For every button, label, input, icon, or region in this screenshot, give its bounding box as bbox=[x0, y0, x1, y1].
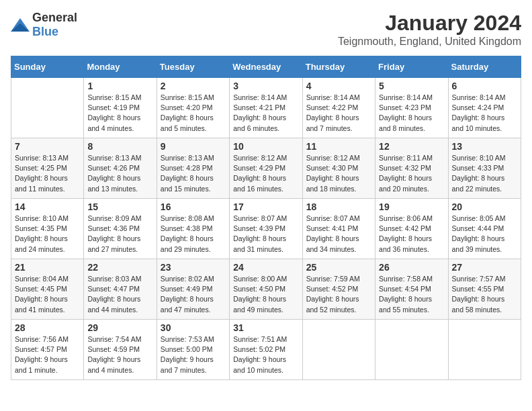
cell-info: Sunrise: 8:10 AM Sunset: 4:33 PM Dayligh… bbox=[452, 153, 517, 194]
calendar-cell: 7Sunrise: 8:13 AM Sunset: 4:25 PM Daylig… bbox=[11, 138, 84, 199]
calendar-cell: 18Sunrise: 8:07 AM Sunset: 4:41 PM Dayli… bbox=[302, 199, 375, 259]
calendar-cell: 6Sunrise: 8:14 AM Sunset: 4:24 PM Daylig… bbox=[448, 78, 521, 138]
calendar-cell: 30Sunrise: 7:53 AM Sunset: 5:00 PM Dayli… bbox=[157, 320, 229, 380]
day-number: 29 bbox=[87, 322, 152, 333]
calendar-week-2: 7Sunrise: 8:13 AM Sunset: 4:25 PM Daylig… bbox=[11, 138, 521, 199]
cell-info: Sunrise: 8:12 AM Sunset: 4:29 PM Dayligh… bbox=[233, 153, 298, 194]
logo: General Blue bbox=[11, 11, 77, 39]
day-header-sunday: Sunday bbox=[11, 56, 84, 78]
day-number: 19 bbox=[379, 201, 444, 212]
svg-marker-1 bbox=[11, 24, 30, 32]
day-number: 11 bbox=[306, 141, 371, 152]
day-number: 31 bbox=[233, 322, 298, 333]
cell-info: Sunrise: 7:56 AM Sunset: 4:57 PM Dayligh… bbox=[15, 334, 80, 375]
cell-info: Sunrise: 7:51 AM Sunset: 5:02 PM Dayligh… bbox=[233, 334, 298, 375]
calendar-cell: 13Sunrise: 8:10 AM Sunset: 4:33 PM Dayli… bbox=[448, 138, 521, 199]
day-header-friday: Friday bbox=[375, 56, 448, 78]
cell-info: Sunrise: 7:54 AM Sunset: 4:59 PM Dayligh… bbox=[87, 334, 152, 375]
calendar-cell bbox=[302, 320, 375, 380]
calendar-cell: 16Sunrise: 8:08 AM Sunset: 4:38 PM Dayli… bbox=[157, 199, 229, 259]
day-number: 6 bbox=[452, 81, 517, 91]
calendar-cell bbox=[11, 78, 84, 138]
calendar-cell: 2Sunrise: 8:15 AM Sunset: 4:20 PM Daylig… bbox=[157, 78, 229, 138]
day-number: 9 bbox=[161, 141, 226, 152]
cell-info: Sunrise: 8:15 AM Sunset: 4:19 PM Dayligh… bbox=[87, 93, 152, 134]
calendar-cell: 10Sunrise: 8:12 AM Sunset: 4:29 PM Dayli… bbox=[230, 138, 302, 199]
calendar-cell bbox=[375, 320, 448, 380]
cell-info: Sunrise: 8:12 AM Sunset: 4:30 PM Dayligh… bbox=[306, 153, 371, 194]
day-header-wednesday: Wednesday bbox=[230, 56, 302, 78]
day-header-saturday: Saturday bbox=[448, 56, 521, 78]
calendar-header-row: SundayMondayTuesdayWednesdayThursdayFrid… bbox=[11, 56, 521, 78]
day-number: 8 bbox=[87, 141, 152, 152]
logo-text: General Blue bbox=[32, 11, 77, 39]
calendar-cell: 20Sunrise: 8:05 AM Sunset: 4:44 PM Dayli… bbox=[448, 199, 521, 259]
calendar-cell: 17Sunrise: 8:07 AM Sunset: 4:39 PM Dayli… bbox=[230, 199, 302, 259]
day-header-thursday: Thursday bbox=[302, 56, 375, 78]
calendar-cell: 12Sunrise: 8:11 AM Sunset: 4:32 PM Dayli… bbox=[375, 138, 448, 199]
logo-icon bbox=[11, 18, 30, 32]
day-number: 27 bbox=[452, 262, 517, 273]
calendar-cell bbox=[448, 320, 521, 380]
day-number: 16 bbox=[161, 201, 226, 212]
calendar-week-1: 1Sunrise: 8:15 AM Sunset: 4:19 PM Daylig… bbox=[11, 78, 521, 138]
day-number: 15 bbox=[87, 201, 152, 212]
cell-info: Sunrise: 8:13 AM Sunset: 4:25 PM Dayligh… bbox=[15, 153, 80, 194]
calendar-cell: 14Sunrise: 8:10 AM Sunset: 4:35 PM Dayli… bbox=[11, 199, 84, 259]
day-header-monday: Monday bbox=[84, 56, 157, 78]
calendar-table: SundayMondayTuesdayWednesdayThursdayFrid… bbox=[11, 56, 521, 380]
calendar-cell: 8Sunrise: 8:13 AM Sunset: 4:26 PM Daylig… bbox=[84, 138, 157, 199]
day-number: 30 bbox=[161, 322, 226, 333]
day-number: 26 bbox=[379, 262, 444, 273]
calendar-cell: 9Sunrise: 8:13 AM Sunset: 4:28 PM Daylig… bbox=[157, 138, 229, 199]
day-number: 13 bbox=[452, 141, 517, 152]
cell-info: Sunrise: 8:15 AM Sunset: 4:20 PM Dayligh… bbox=[161, 93, 226, 134]
cell-info: Sunrise: 7:53 AM Sunset: 5:00 PM Dayligh… bbox=[161, 334, 226, 375]
day-number: 7 bbox=[15, 141, 80, 152]
calendar-cell: 21Sunrise: 8:04 AM Sunset: 4:45 PM Dayli… bbox=[11, 259, 84, 320]
cell-info: Sunrise: 8:00 AM Sunset: 4:50 PM Dayligh… bbox=[233, 274, 298, 315]
location-title: Teignmouth, England, United Kingdom bbox=[338, 36, 521, 48]
calendar-week-5: 28Sunrise: 7:56 AM Sunset: 4:57 PM Dayli… bbox=[11, 320, 521, 380]
calendar-cell: 15Sunrise: 8:09 AM Sunset: 4:36 PM Dayli… bbox=[84, 199, 157, 259]
logo-blue: Blue bbox=[32, 25, 58, 38]
day-number: 10 bbox=[233, 141, 298, 152]
day-number: 4 bbox=[306, 81, 371, 91]
calendar-cell: 25Sunrise: 7:59 AM Sunset: 4:52 PM Dayli… bbox=[302, 259, 375, 320]
calendar-cell: 1Sunrise: 8:15 AM Sunset: 4:19 PM Daylig… bbox=[84, 78, 157, 138]
cell-info: Sunrise: 8:04 AM Sunset: 4:45 PM Dayligh… bbox=[15, 274, 80, 315]
day-number: 17 bbox=[233, 201, 298, 212]
day-number: 25 bbox=[306, 262, 371, 273]
calendar-cell: 28Sunrise: 7:56 AM Sunset: 4:57 PM Dayli… bbox=[11, 320, 84, 380]
cell-info: Sunrise: 8:03 AM Sunset: 4:47 PM Dayligh… bbox=[87, 274, 152, 315]
cell-info: Sunrise: 7:59 AM Sunset: 4:52 PM Dayligh… bbox=[306, 274, 371, 315]
cell-info: Sunrise: 8:13 AM Sunset: 4:28 PM Dayligh… bbox=[161, 153, 226, 194]
cell-info: Sunrise: 8:14 AM Sunset: 4:21 PM Dayligh… bbox=[233, 93, 298, 134]
day-header-tuesday: Tuesday bbox=[157, 56, 229, 78]
calendar-cell: 27Sunrise: 7:57 AM Sunset: 4:55 PM Dayli… bbox=[448, 259, 521, 320]
cell-info: Sunrise: 8:07 AM Sunset: 4:41 PM Dayligh… bbox=[306, 214, 371, 255]
calendar-cell: 22Sunrise: 8:03 AM Sunset: 4:47 PM Dayli… bbox=[84, 259, 157, 320]
day-number: 20 bbox=[452, 201, 517, 212]
day-number: 3 bbox=[233, 81, 298, 91]
title-area: January 2024 Teignmouth, England, United… bbox=[338, 11, 521, 48]
cell-info: Sunrise: 8:07 AM Sunset: 4:39 PM Dayligh… bbox=[233, 214, 298, 255]
day-number: 1 bbox=[87, 81, 152, 91]
calendar-cell: 26Sunrise: 7:58 AM Sunset: 4:54 PM Dayli… bbox=[375, 259, 448, 320]
cell-info: Sunrise: 8:13 AM Sunset: 4:26 PM Dayligh… bbox=[87, 153, 152, 194]
calendar-cell: 11Sunrise: 8:12 AM Sunset: 4:30 PM Dayli… bbox=[302, 138, 375, 199]
calendar-cell: 29Sunrise: 7:54 AM Sunset: 4:59 PM Dayli… bbox=[84, 320, 157, 380]
cell-info: Sunrise: 8:11 AM Sunset: 4:32 PM Dayligh… bbox=[379, 153, 444, 194]
month-title: January 2024 bbox=[338, 11, 521, 36]
calendar-cell: 24Sunrise: 8:00 AM Sunset: 4:50 PM Dayli… bbox=[230, 259, 302, 320]
cell-info: Sunrise: 8:09 AM Sunset: 4:36 PM Dayligh… bbox=[87, 214, 152, 255]
calendar-cell: 23Sunrise: 8:02 AM Sunset: 4:49 PM Dayli… bbox=[157, 259, 229, 320]
day-number: 22 bbox=[87, 262, 152, 273]
cell-info: Sunrise: 8:08 AM Sunset: 4:38 PM Dayligh… bbox=[161, 214, 226, 255]
day-number: 28 bbox=[15, 322, 80, 333]
cell-info: Sunrise: 7:58 AM Sunset: 4:54 PM Dayligh… bbox=[379, 274, 444, 315]
cell-info: Sunrise: 8:14 AM Sunset: 4:24 PM Dayligh… bbox=[452, 93, 517, 134]
cell-info: Sunrise: 8:06 AM Sunset: 4:42 PM Dayligh… bbox=[379, 214, 444, 255]
logo-general: General bbox=[32, 11, 77, 24]
calendar-cell: 5Sunrise: 8:14 AM Sunset: 4:23 PM Daylig… bbox=[375, 78, 448, 138]
